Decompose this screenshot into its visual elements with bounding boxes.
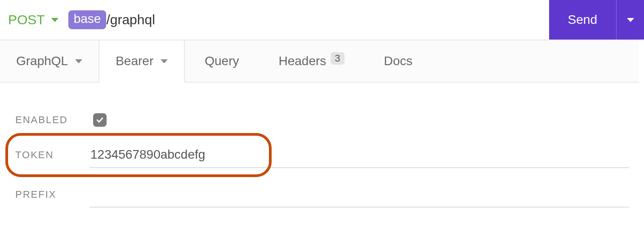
send-dropdown-button[interactable] [616,0,644,40]
tab-docs[interactable]: Docs [364,54,433,68]
http-method-label: POST [8,12,45,27]
caret-down-icon [161,59,168,63]
token-label: TOKEN [15,149,89,161]
headers-count-badge: 3 [331,52,344,65]
enabled-checkbox[interactable] [93,113,107,127]
auth-settings-panel: ENABLED TOKEN PREFIX [0,83,644,212]
send-button-label: Send [568,13,597,27]
tab-headers[interactable]: Headers 3 [259,54,364,68]
tab-body[interactable]: GraphQL [0,40,99,82]
tab-body-label: GraphQL [16,54,68,68]
tab-headers-label: Headers [278,54,326,68]
enabled-row: ENABLED [15,102,629,138]
check-icon [95,116,104,124]
prefix-input[interactable] [89,182,629,208]
url-path: /graphql [106,12,155,27]
request-bar: POST base /graphql Send [0,0,644,40]
token-row: TOKEN [15,138,629,173]
caret-down-icon [51,18,58,22]
prefix-label: PREFIX [15,189,89,200]
http-method-select[interactable]: POST [8,12,58,27]
tab-docs-label: Docs [384,54,413,68]
prefix-row: PREFIX [15,177,629,212]
tab-query[interactable]: Query [185,54,259,68]
tab-rest-group: Query Headers 3 Docs [185,40,639,82]
tab-auth[interactable]: Bearer [99,40,185,83]
base-env-pill: base [68,10,107,29]
send-button[interactable]: Send [549,0,616,40]
token-input[interactable] [89,142,629,168]
tab-auth-label: Bearer [116,54,153,68]
enabled-label: ENABLED [15,114,89,126]
tab-query-label: Query [205,54,239,68]
url-bar[interactable]: base /graphql [68,10,155,29]
tabs-row: GraphQL Bearer Query Headers 3 Docs [0,40,639,83]
caret-down-icon [75,59,82,63]
caret-down-icon [627,18,634,22]
send-group: Send [549,0,644,40]
